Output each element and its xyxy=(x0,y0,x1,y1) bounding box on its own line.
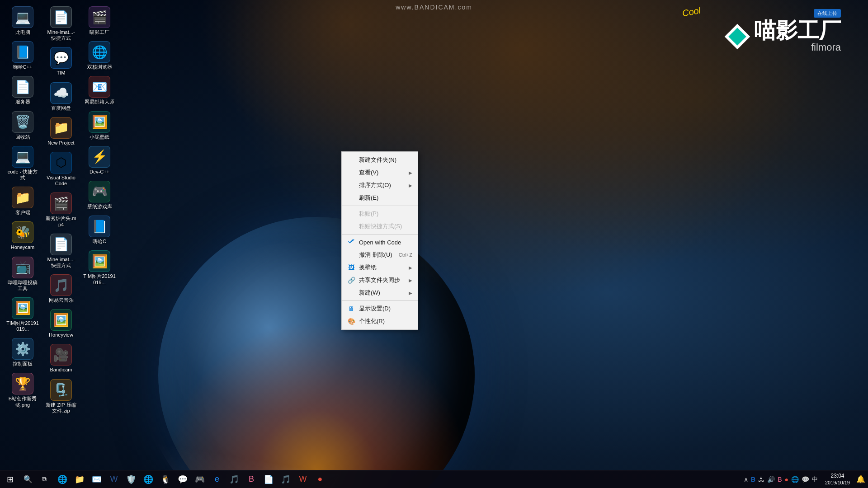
tray-up-arrow[interactable]: ∧ xyxy=(744,476,748,483)
icon-img-new-zip: 🗜️ xyxy=(50,379,72,401)
desktop-icon-tim[interactable]: 💬TIM xyxy=(43,45,79,78)
desktop-icon-vscode[interactable]: ⬡Visual Studio Code xyxy=(43,150,79,188)
taskbar-word2[interactable]: W xyxy=(295,471,311,488)
desktop-icon-bibicast[interactable]: 📺哔哩哔哩投稿工具 xyxy=(5,255,41,293)
context-item-label-view: 查看(V) xyxy=(359,169,407,177)
context-menu-item-new[interactable]: 新建(W)▶ xyxy=(342,286,418,299)
taskbar-qq[interactable]: 🐧 xyxy=(157,471,174,488)
desktop-icon-learn-c[interactable]: 📘嗨哈C xyxy=(81,214,118,246)
taskbar-steam[interactable]: 🎮 xyxy=(192,471,208,488)
context-menu-item-display-settings[interactable]: 🖥显示设置(D) xyxy=(342,302,418,315)
context-menu-item-sort[interactable]: 排序方式(O)▶ xyxy=(342,179,418,192)
desktop-icon-small-wall[interactable]: 🖼️小屁壁纸 xyxy=(81,109,118,142)
taskbar-edge[interactable]: 🌐 xyxy=(54,471,71,488)
desktop-icon-email-master[interactable]: 📧网易邮箱大师 xyxy=(81,74,118,107)
icon-label-miao-factory: 喵影工厂 xyxy=(90,29,109,35)
desktop-icon-new-clip[interactable]: 🎬新秀炉片头.mp4 xyxy=(43,191,79,229)
context-item-label-share-sync: 共享文件夹同步 xyxy=(359,276,407,284)
tray-misc3[interactable]: 🌐 xyxy=(791,476,799,483)
taskbar-mail[interactable]: ✉️ xyxy=(89,471,105,488)
context-menu-item-share-sync[interactable]: 🔗共享文件夹同步▶ xyxy=(342,274,418,286)
context-separator-sep2 xyxy=(342,234,418,235)
taskbar-misc[interactable]: ● xyxy=(312,471,328,488)
clock-time: 23:04 xyxy=(830,473,844,480)
desktop-icon-honeyview[interactable]: 🖼️Honeyview xyxy=(43,307,79,340)
context-menu-item-refresh[interactable]: 刷新(E) xyxy=(342,192,418,204)
tray-lang[interactable]: 中 xyxy=(812,475,818,483)
desktop-icon-tim-image2[interactable]: 🖼️TIM图片20191019... xyxy=(81,249,118,287)
desktop-icon-bandicam[interactable]: 🎥Bandicam xyxy=(43,342,79,375)
desktop-icon-miao-factory[interactable]: 🎬喵影工厂 xyxy=(81,5,118,37)
icon-img-small-wall: 🖼️ xyxy=(89,111,110,133)
start-button[interactable]: ⊞ xyxy=(0,470,20,488)
desktop-icon-netease-music[interactable]: 🎵网易云音乐 xyxy=(43,272,79,305)
context-item-icon-sort xyxy=(347,181,355,189)
icon-label-new-zip: 新建 ZIP 压缩文件.zip xyxy=(45,402,77,414)
taskbar-word[interactable]: W xyxy=(106,471,122,488)
tray-misc2[interactable]: ● xyxy=(784,476,788,483)
tray-b-icon[interactable]: B xyxy=(751,476,755,483)
tray-network-icon[interactable]: 🖧 xyxy=(758,476,764,483)
icon-label-honeyview: Honeyview xyxy=(49,332,73,338)
desktop-icon-mine-shortcut1[interactable]: 📄Mine-imat...-快捷方式 xyxy=(43,5,79,43)
taskbar-folder[interactable]: 📁 xyxy=(71,471,88,488)
taskbar-netease[interactable]: 🎵 xyxy=(278,471,294,488)
taskbar-files[interactable]: 📄 xyxy=(260,471,277,488)
brand-overlay: 在线上传 喵影工厂 filmora xyxy=(725,9,841,53)
icon-label-new-project: New Project xyxy=(47,140,74,146)
taskbar-music[interactable]: 🎵 xyxy=(226,471,242,488)
desktop-icon-dual-browser[interactable]: 🌐双核浏览器 xyxy=(81,39,118,72)
context-item-label-sort: 排序方式(O) xyxy=(359,181,407,189)
desktop-icon-learn-cpp[interactable]: 📘嗨哈C++ xyxy=(5,39,41,72)
desktop-icons-area: 💻此电脑📘嗨哈C++📄服务器🗑️回收站💻code - 快捷方式📁客户端🐝Hone… xyxy=(5,5,131,438)
desktop-icon-bilibili-award[interactable]: 🏆B站创作新秀奖.png xyxy=(5,371,41,409)
desktop-icon-control-panel[interactable]: ⚙️控制面板 xyxy=(5,336,41,369)
desktop-icon-this-pc[interactable]: 💻此电脑 xyxy=(5,5,41,37)
icon-img-customer-service: 📁 xyxy=(12,187,33,208)
desktop-icon-recycle-bin[interactable]: 🗑️回收站 xyxy=(5,109,41,142)
desktop-icon-new-project[interactable]: 📁New Project xyxy=(43,115,79,148)
icon-img-tim-image2: 🖼️ xyxy=(89,250,110,272)
context-menu-item-view[interactable]: 查看(V)▶ xyxy=(342,166,418,179)
desktop-icon-honeycam[interactable]: 🐝Honeycam xyxy=(5,220,41,252)
taskbar-clock[interactable]: 23:04 2019/10/19 xyxy=(821,473,854,486)
icon-label-bilibili-award: B站创作新秀奖.png xyxy=(6,396,39,408)
icon-label-mine-shortcut1: Mine-imat...-快捷方式 xyxy=(45,29,77,41)
desktop-icon-baiduyun[interactable]: ☁️百度网盘 xyxy=(43,80,79,113)
taskbar-defender[interactable]: 🛡️ xyxy=(123,471,139,488)
notification-button[interactable]: 🔔 xyxy=(854,470,868,488)
icon-label-wallpaper-lib: 壁纸游戏库 xyxy=(87,204,112,210)
context-menu-item-wallpaper-sub[interactable]: 🖼换壁纸▶ xyxy=(342,261,418,274)
desktop-icon-tim-image[interactable]: 🖼️TIM图片20191019... xyxy=(5,296,41,334)
context-menu: 新建文件夹(N)查看(V)▶排序方式(O)▶刷新(E)粘贴(P)粘贴快捷方式(S… xyxy=(341,151,418,330)
context-item-label-display-settings: 显示设置(D) xyxy=(359,305,412,313)
icon-img-honeycam: 🐝 xyxy=(12,221,33,243)
tray-misc1[interactable]: B xyxy=(778,476,782,483)
taskbar-network[interactable]: 🌐 xyxy=(140,471,156,488)
clock-date: 2019/10/19 xyxy=(825,479,850,486)
desktop-icon-mine-shortcut2[interactable]: 📄Mine-imat...-快捷方式 xyxy=(43,232,79,270)
taskbar-bilibili[interactable]: B xyxy=(243,471,259,488)
icon-img-bibicast: 📺 xyxy=(12,257,33,278)
context-item-arrow-sort: ▶ xyxy=(409,183,412,188)
desktop-icon-customer-service[interactable]: 📁客户端 xyxy=(5,185,41,217)
context-menu-item-open-with-code[interactable]: Open with Code xyxy=(342,236,418,249)
search-button[interactable]: 🔍 xyxy=(20,470,36,488)
taskbar-wechat[interactable]: 💬 xyxy=(175,471,191,488)
context-menu-item-new-folder[interactable]: 新建文件夹(N) xyxy=(342,154,418,166)
desktop-icon-devcpp[interactable]: ⚡Dev-C++ xyxy=(81,144,118,177)
tray-volume-icon[interactable]: 🔊 xyxy=(767,476,775,483)
context-menu-item-undo[interactable]: 撤消 删除(U)Ctrl+Z xyxy=(342,249,418,261)
taskbar-ie[interactable]: e xyxy=(209,471,225,488)
tray-misc4[interactable]: 💬 xyxy=(802,476,809,483)
desktop-icon-new-zip[interactable]: 🗜️新建 ZIP 压缩文件.zip xyxy=(43,377,79,416)
desktop-icon-services[interactable]: 📄服务器 xyxy=(5,74,41,107)
desktop: www.BANDICAM.com Cool 在线上传 喵影工厂 filmora … xyxy=(0,0,868,488)
taskbar-tray: ∧ B 🖧 🔊 B ● 🌐 💬 中 xyxy=(740,470,821,488)
icon-label-recycle-bin: 回收站 xyxy=(15,134,30,140)
context-menu-item-personalize[interactable]: 🎨个性化(R) xyxy=(342,315,418,328)
desktop-icon-wallpaper-lib[interactable]: 🎮壁纸游戏库 xyxy=(81,179,118,211)
context-item-icon-paste-shortcut xyxy=(347,222,355,230)
task-view-button[interactable]: ⧉ xyxy=(36,471,52,488)
desktop-icon-code-shortcut[interactable]: 💻code - 快捷方式 xyxy=(5,144,41,183)
